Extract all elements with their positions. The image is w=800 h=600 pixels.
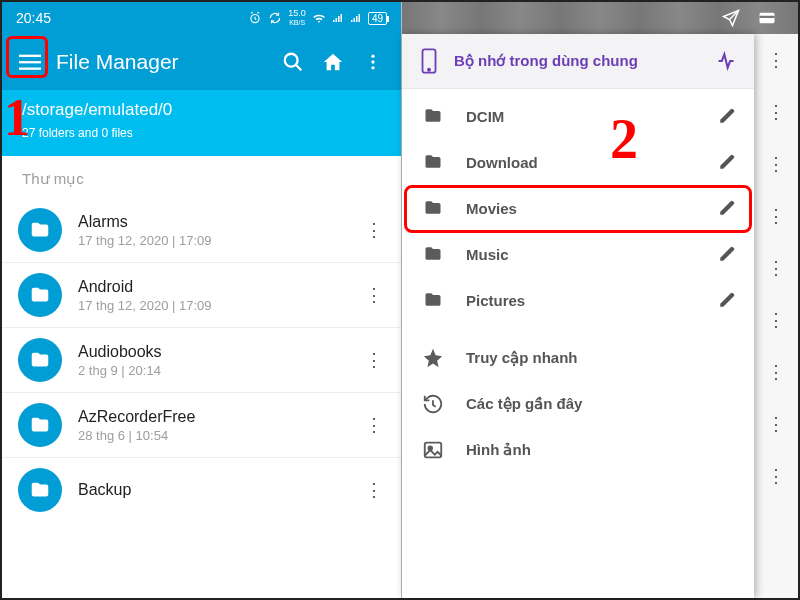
- file-name: Audiobooks: [78, 343, 343, 361]
- svg-rect-9: [760, 16, 775, 18]
- signal-icon: [332, 12, 344, 24]
- storage-label: Bộ nhớ trong dùng chung: [454, 52, 700, 70]
- folder-icon: [18, 403, 62, 447]
- file-more-button[interactable]: ⋮: [359, 414, 389, 436]
- peek-more[interactable]: ⋮: [754, 34, 798, 86]
- nav-drawer: Bộ nhớ trong dùng chung DCIM Download: [402, 34, 754, 598]
- status-bar: 20:45 15.0KB/S: [2, 2, 401, 34]
- file-sub: 17 thg 12, 2020 | 17:09: [78, 233, 343, 248]
- peek-more[interactable]: ⋮: [754, 190, 798, 242]
- edit-button[interactable]: [718, 199, 736, 217]
- folder-icon: [420, 289, 446, 311]
- folder-icon: [18, 338, 62, 382]
- drawer-folder-pictures[interactable]: Pictures: [402, 277, 754, 323]
- edit-button[interactable]: [718, 245, 736, 263]
- right-status-bar: [402, 2, 798, 34]
- drawer-images[interactable]: Hình ảnh: [402, 427, 754, 473]
- peek-more[interactable]: ⋮: [754, 346, 798, 398]
- current-path: /storage/emulated/0: [22, 100, 381, 120]
- folder-icon: [420, 197, 446, 219]
- image-icon: [420, 439, 446, 461]
- app-title: File Manager: [56, 50, 179, 74]
- file-name: AzRecorderFree: [78, 408, 343, 426]
- home-icon: [322, 51, 344, 73]
- folder-icon: [420, 105, 446, 127]
- path-stats: 27 folders and 0 files: [22, 126, 381, 140]
- drawer-label: Music: [466, 246, 698, 263]
- folder-icon: [18, 273, 62, 317]
- edit-button[interactable]: [718, 153, 736, 171]
- peek-more[interactable]: ⋮: [754, 294, 798, 346]
- svg-rect-1: [19, 55, 41, 57]
- overflow-button[interactable]: [353, 42, 393, 82]
- drawer-label: Truy cập nhanh: [466, 349, 736, 367]
- drawer-recent-files[interactable]: Các tệp gần đây: [402, 381, 754, 427]
- file-row[interactable]: AzRecorderFree 28 thg 6 | 10:54 ⋮: [2, 393, 401, 458]
- file-row[interactable]: Alarms 17 thg 12, 2020 | 17:09 ⋮: [2, 198, 401, 263]
- svg-rect-3: [19, 68, 41, 70]
- activity-icon[interactable]: [716, 51, 736, 71]
- phone-icon: [420, 48, 438, 74]
- svg-point-5: [371, 55, 374, 58]
- search-icon: [282, 51, 304, 73]
- data-rate: 15.0KB/S: [288, 9, 306, 27]
- drawer-label: DCIM: [466, 108, 698, 125]
- card-icon: [758, 9, 776, 27]
- drawer-folder-download[interactable]: Download: [402, 139, 754, 185]
- right-phone: ⋮ ⋮ ⋮ ⋮ ⋮ ⋮ ⋮ ⋮ ⋮ Bộ nhớ trong dùng chun…: [402, 2, 798, 598]
- sync-icon: [268, 11, 282, 25]
- drawer-quick-access[interactable]: Truy cập nhanh: [402, 335, 754, 381]
- file-row[interactable]: Audiobooks 2 thg 9 | 20:14 ⋮: [2, 328, 401, 393]
- peek-more[interactable]: ⋮: [754, 138, 798, 190]
- peek-more[interactable]: ⋮: [754, 398, 798, 450]
- edit-button[interactable]: [718, 107, 736, 125]
- section-label: Thư mục: [2, 156, 401, 198]
- svg-point-4: [285, 54, 298, 67]
- path-header[interactable]: /storage/emulated/0 27 folders and 0 fil…: [2, 90, 401, 156]
- file-sub: 17 thg 12, 2020 | 17:09: [78, 298, 343, 313]
- drawer-storage-header[interactable]: Bộ nhớ trong dùng chung: [402, 34, 754, 89]
- background-list-peek: ⋮ ⋮ ⋮ ⋮ ⋮ ⋮ ⋮ ⋮ ⋮: [754, 34, 798, 598]
- peek-more[interactable]: ⋮: [754, 450, 798, 502]
- drawer-label: Download: [466, 154, 698, 171]
- hamburger-icon: [19, 51, 41, 73]
- svg-point-11: [428, 69, 430, 71]
- file-more-button[interactable]: ⋮: [359, 284, 389, 306]
- drawer-label: Các tệp gần đây: [466, 395, 736, 413]
- peek-more[interactable]: ⋮: [754, 242, 798, 294]
- drawer-label: Movies: [466, 200, 698, 217]
- battery-indicator: 49: [368, 12, 387, 25]
- menu-button[interactable]: [10, 42, 50, 82]
- file-name: Android: [78, 278, 343, 296]
- file-name: Alarms: [78, 213, 343, 231]
- file-sub: 28 thg 6 | 10:54: [78, 428, 343, 443]
- home-button[interactable]: [313, 42, 353, 82]
- svg-point-7: [371, 66, 374, 69]
- folder-icon: [420, 243, 446, 265]
- svg-rect-2: [19, 61, 41, 63]
- file-more-button[interactable]: ⋮: [359, 349, 389, 371]
- wifi-icon: [312, 11, 326, 25]
- edit-button[interactable]: [718, 291, 736, 309]
- folder-icon: [18, 468, 62, 512]
- peek-more[interactable]: ⋮: [754, 86, 798, 138]
- drawer-folder-dcim[interactable]: DCIM: [402, 93, 754, 139]
- file-row[interactable]: Backup ⋮: [2, 458, 401, 522]
- send-icon: [722, 9, 740, 27]
- drawer-folder-movies[interactable]: Movies: [402, 185, 754, 231]
- file-more-button[interactable]: ⋮: [359, 219, 389, 241]
- status-time: 20:45: [16, 10, 51, 26]
- folder-icon: [420, 151, 446, 173]
- drawer-folder-music[interactable]: Music: [402, 231, 754, 277]
- search-button[interactable]: [273, 42, 313, 82]
- svg-point-6: [371, 60, 374, 63]
- file-name: Backup: [78, 481, 343, 499]
- drawer-label: Hình ảnh: [466, 441, 736, 459]
- file-list: Alarms 17 thg 12, 2020 | 17:09 ⋮ Android…: [2, 198, 401, 598]
- file-row[interactable]: Android 17 thg 12, 2020 | 17:09 ⋮: [2, 263, 401, 328]
- app-toolbar: File Manager: [2, 34, 401, 90]
- folder-icon: [18, 208, 62, 252]
- alarm-icon: [248, 11, 262, 25]
- svg-rect-12: [425, 443, 442, 458]
- file-more-button[interactable]: ⋮: [359, 479, 389, 501]
